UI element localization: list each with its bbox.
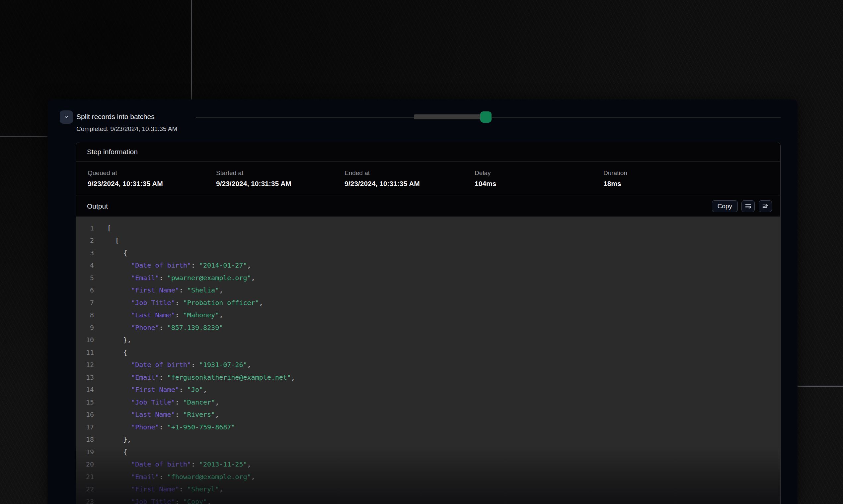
line-number: 23 — [76, 498, 94, 504]
output-header: Output Copy — [76, 196, 780, 217]
line-number: 12 — [76, 361, 94, 369]
line-number: 17 — [76, 423, 94, 431]
background-horizontal-line-left — [0, 136, 48, 137]
info-field: Ended at9/23/2024, 10:31:35 AM — [344, 169, 475, 188]
info-field-label: Delay — [475, 169, 603, 177]
code-line: 23 "Job Title": "Copy", — [76, 496, 780, 504]
code-line: 5 "Email": "pwarner@example.org", — [76, 272, 780, 284]
info-field-label: Ended at — [344, 169, 475, 177]
line-number: 18 — [76, 435, 94, 443]
code-line: 17 "Phone": "+1-950-759-8687" — [76, 421, 780, 433]
step-completed-status: Completed: 9/23/2024, 10:31:35 AM — [76, 125, 177, 133]
code-line: 14 "First Name": "Jo", — [76, 384, 780, 396]
code-text: "Job Title": "Copy", — [107, 498, 211, 504]
line-number: 11 — [76, 348, 94, 357]
chevron-down-icon — [64, 114, 69, 120]
code-line: 8 "Last Name": "Mahoney", — [76, 309, 780, 322]
output-title: Output — [87, 202, 108, 210]
code-text: "Last Name": "Rivers", — [107, 411, 219, 418]
info-field-label: Queued at — [88, 169, 216, 177]
line-number: 2 — [76, 236, 94, 245]
code-text: "Date of birth": "1931-07-26", — [107, 361, 251, 369]
code-text: "Last Name": "Mahoney", — [107, 311, 223, 319]
line-number: 20 — [76, 460, 94, 468]
info-field: Delay104ms — [475, 169, 603, 188]
code-text: "First Name": "Shelia", — [107, 286, 223, 294]
step-info-fields: Queued at9/23/2024, 10:31:35 AMStarted a… — [76, 161, 780, 196]
code-line: 4 "Date of birth": "2014-01-27", — [76, 259, 780, 272]
code-text: "Job Title": "Probation officer", — [107, 299, 263, 307]
code-line: 6 "First Name": "Shelia", — [76, 284, 780, 297]
jump-to-top-button[interactable] — [759, 200, 772, 212]
code-line: 21 "Email": "fhoward@example.org", — [76, 470, 780, 483]
collapse-button[interactable] — [60, 110, 73, 124]
code-line: 7 "Job Title": "Probation officer", — [76, 296, 780, 309]
code-line: 9 "Phone": "857.139.8239" — [76, 321, 780, 334]
code-line: 11 { — [76, 346, 780, 359]
line-number: 10 — [76, 336, 94, 344]
code-text: { — [107, 249, 127, 257]
line-number: 16 — [76, 411, 94, 418]
info-field-label: Duration — [603, 169, 627, 177]
timeline-step-handle[interactable] — [480, 111, 492, 123]
line-number: 6 — [76, 286, 94, 294]
background-vertical-line — [191, 0, 192, 100]
step-information-title: Step information — [87, 148, 138, 156]
info-field-value: 9/23/2024, 10:31:35 AM — [344, 180, 475, 188]
info-field-value: 18ms — [603, 180, 627, 188]
code-text: "Email": "fergusonkatherine@example.net"… — [107, 373, 295, 381]
info-field: Duration18ms — [603, 169, 627, 188]
wrap-text-button[interactable] — [741, 200, 755, 212]
code-line: 2 [ — [76, 234, 780, 247]
code-text: { — [107, 348, 127, 357]
code-text: [ — [107, 224, 111, 232]
info-field-value: 104ms — [475, 180, 603, 188]
jump-to-top-icon — [762, 203, 769, 210]
code-line: 12 "Date of birth": "1931-07-26", — [76, 359, 780, 371]
line-number: 3 — [76, 249, 94, 257]
line-number: 14 — [76, 385, 94, 394]
code-line: 3 { — [76, 247, 780, 259]
code-text: "Phone": "857.139.8239" — [107, 324, 223, 331]
step-detail-panel: Split records into batches Completed: 9/… — [48, 100, 797, 504]
info-field-value: 9/23/2024, 10:31:35 AM — [88, 180, 216, 188]
info-field-label: Started at — [216, 169, 344, 177]
code-text: }, — [107, 435, 131, 443]
code-line: 22 "First Name": "Sheryl", — [76, 483, 780, 496]
step-content-box: Step information Queued at9/23/2024, 10:… — [76, 142, 780, 504]
info-field: Queued at9/23/2024, 10:31:35 AM — [88, 169, 216, 188]
code-text: "Phone": "+1-950-759-8687" — [107, 423, 235, 431]
code-text: "Email": "fhoward@example.org", — [107, 473, 255, 481]
code-text: "Job Title": "Dancer", — [107, 398, 219, 406]
line-number: 22 — [76, 485, 94, 493]
line-number: 4 — [76, 261, 94, 269]
copy-button[interactable]: Copy — [712, 200, 738, 212]
code-line: 20 "Date of birth": "2013-11-25", — [76, 458, 780, 471]
code-line: 16 "Last Name": "Rivers", — [76, 409, 780, 421]
background-horizontal-line-right — [797, 385, 843, 387]
code-text: "Date of birth": "2014-01-27", — [107, 261, 251, 269]
line-number: 1 — [76, 224, 94, 232]
line-number: 8 — [76, 311, 94, 319]
code-line: 13 "Email": "fergusonkatherine@example.n… — [76, 371, 780, 384]
code-line: 18 }, — [76, 433, 780, 446]
step-title: Split records into batches — [76, 112, 155, 121]
code-lines: 1[2 [3 {4 "Date of birth": "2014-01-27",… — [76, 222, 780, 504]
line-number: 7 — [76, 299, 94, 307]
line-number: 9 — [76, 324, 94, 331]
output-code-viewer: 1[2 [3 {4 "Date of birth": "2014-01-27",… — [76, 217, 780, 504]
code-line: 19 { — [76, 446, 780, 458]
code-line: 15 "Job Title": "Dancer", — [76, 396, 780, 409]
code-text: { — [107, 448, 127, 456]
info-field: Started at9/23/2024, 10:31:35 AM — [216, 169, 344, 188]
wrap-text-icon — [745, 203, 752, 210]
code-text: "Email": "pwarner@example.org", — [107, 274, 255, 282]
code-line: 10 }, — [76, 334, 780, 346]
code-text: "Date of birth": "2013-11-25", — [107, 460, 251, 468]
code-text: [ — [107, 236, 119, 245]
code-text: "First Name": "Sheryl", — [107, 485, 223, 493]
code-line: 1[ — [76, 222, 780, 234]
line-number: 5 — [76, 274, 94, 282]
line-number: 13 — [76, 373, 94, 381]
line-number: 19 — [76, 448, 94, 456]
